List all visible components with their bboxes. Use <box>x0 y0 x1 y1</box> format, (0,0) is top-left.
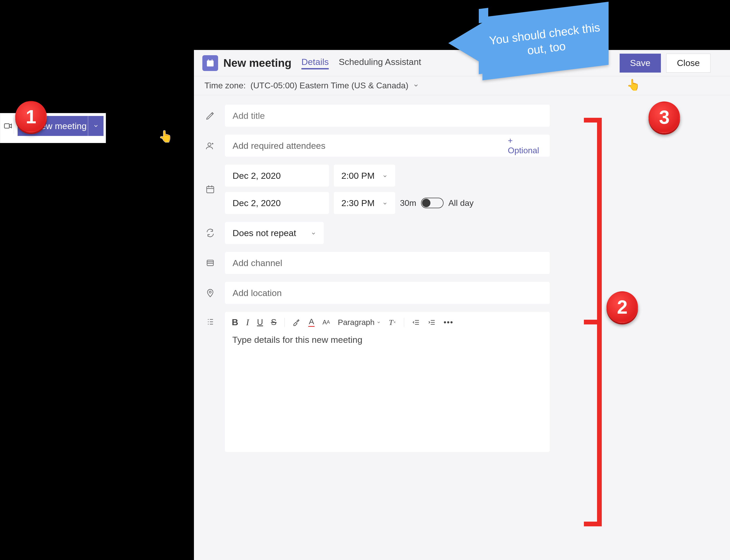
recurrence-select[interactable]: Does not repeat <box>225 222 324 244</box>
location-icon <box>205 288 216 298</box>
allday-toggle[interactable] <box>421 198 443 208</box>
calendar-app-icon <box>202 55 218 71</box>
calendar-icon <box>205 185 216 194</box>
allday-label: All day <box>448 198 473 208</box>
location-input[interactable]: Add location <box>225 282 550 304</box>
description-editor[interactable]: B I U S A AA Paragraph T× <box>225 312 550 452</box>
rte-fontcolor-button[interactable]: A <box>308 318 315 327</box>
rte-strike-button[interactable]: S <box>271 317 277 327</box>
duration-value: 30m <box>400 198 416 208</box>
rte-underline-button[interactable]: U <box>257 317 263 327</box>
meeting-panel: New meeting Details Scheduling Assistant… <box>194 50 730 560</box>
annotation-badge-1: 1 <box>15 101 47 133</box>
svg-rect-1 <box>207 60 214 67</box>
meet-now-icon[interactable] <box>2 118 14 134</box>
rte-clearformat-button[interactable]: T× <box>388 318 396 327</box>
svg-rect-0 <box>4 124 9 128</box>
annotation-bracket <box>575 118 602 526</box>
close-button[interactable]: Close <box>666 54 711 73</box>
channel-input[interactable]: Add channel <box>225 252 550 274</box>
svg-rect-4 <box>207 62 214 62</box>
optional-attendees-link[interactable]: + Optional <box>508 136 542 155</box>
chevron-down-icon <box>382 198 387 208</box>
separator <box>284 318 285 327</box>
annotation-badge-2: 2 <box>606 291 638 323</box>
rte-paragraph-select[interactable]: Paragraph <box>338 318 381 327</box>
svg-point-5 <box>208 143 211 146</box>
svg-rect-3 <box>212 59 213 61</box>
chevron-down-icon <box>413 81 419 90</box>
new-meeting-dropdown-caret[interactable] <box>88 116 104 136</box>
title-input[interactable] <box>225 105 550 127</box>
timezone-row[interactable]: Time zone: (UTC-05:00) Eastern Time (US … <box>194 76 730 95</box>
cursor-icon: 👆 <box>159 130 172 143</box>
tab-scheduling-assistant[interactable]: Scheduling Assistant <box>339 57 421 69</box>
end-date-input[interactable]: Dec 2, 2020 <box>225 192 329 214</box>
rte-toolbar: B I U S A AA Paragraph T× <box>225 312 550 331</box>
pencil-icon <box>205 111 216 120</box>
separator <box>404 318 404 327</box>
start-time-input[interactable]: 2:00 PM <box>334 165 395 187</box>
rte-outdent-button[interactable] <box>412 318 420 326</box>
chevron-down-icon <box>311 228 316 238</box>
annotation-callout: You should check this out, too <box>448 9 609 73</box>
svg-rect-6 <box>207 187 214 193</box>
svg-rect-7 <box>207 260 213 266</box>
start-date-input[interactable]: Dec 2, 2020 <box>225 165 329 187</box>
chevron-down-icon <box>376 320 381 324</box>
recurrence-icon <box>205 228 216 238</box>
rte-highlight-button[interactable] <box>293 318 300 326</box>
page-title: New meeting <box>223 57 292 69</box>
channel-icon <box>205 258 216 268</box>
rte-more-button[interactable]: ••• <box>443 318 453 327</box>
annotation-badge-3: 3 <box>649 101 680 133</box>
end-time-input[interactable]: 2:30 PM <box>334 192 395 214</box>
rte-indent-button[interactable] <box>428 318 436 326</box>
rte-bold-button[interactable]: B <box>232 317 238 327</box>
svg-rect-2 <box>208 59 209 61</box>
attendees-input[interactable]: Add required attendees + Optional <box>225 135 550 157</box>
rte-fontsize-button[interactable]: AA <box>323 319 330 326</box>
tab-details[interactable]: Details <box>302 57 329 69</box>
chevron-down-icon <box>382 171 387 181</box>
description-icon <box>205 312 216 327</box>
timezone-value: (UTC-05:00) Eastern Time (US & Canada) <box>251 81 408 90</box>
meeting-form: Add required attendees + Optional Dec 2,… <box>194 95 730 462</box>
chevron-down-icon <box>93 123 99 129</box>
save-button[interactable]: Save <box>620 54 661 73</box>
attendees-icon <box>205 141 216 150</box>
description-textarea[interactable]: Type details for this new meeting <box>225 331 550 452</box>
rte-italic-button[interactable]: I <box>246 317 249 327</box>
svg-point-8 <box>209 291 211 293</box>
timezone-prefix: Time zone: <box>205 81 246 90</box>
